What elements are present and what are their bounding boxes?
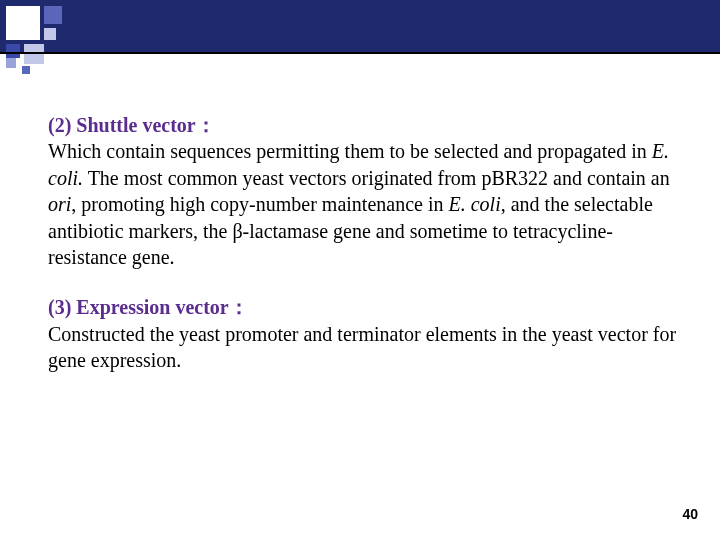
section-shuttle-vector: (2) Shuttle vector： Which contain sequen… [48, 112, 678, 270]
slide-divider-rule [0, 52, 720, 54]
section-heading: (3) Expression vector： [48, 296, 249, 318]
section-body: Constructed the yeast promoter and termi… [48, 323, 676, 371]
section-heading: (2) Shuttle vector： [48, 114, 216, 136]
page-number: 40 [682, 506, 698, 522]
slide-body: (2) Shuttle vector： Which contain sequen… [48, 112, 678, 398]
section-expression-vector: (3) Expression vector： Constructed the y… [48, 294, 678, 373]
section-body: Which contain sequences permitting them … [48, 140, 670, 268]
slide-corner-decoration [0, 0, 140, 80]
